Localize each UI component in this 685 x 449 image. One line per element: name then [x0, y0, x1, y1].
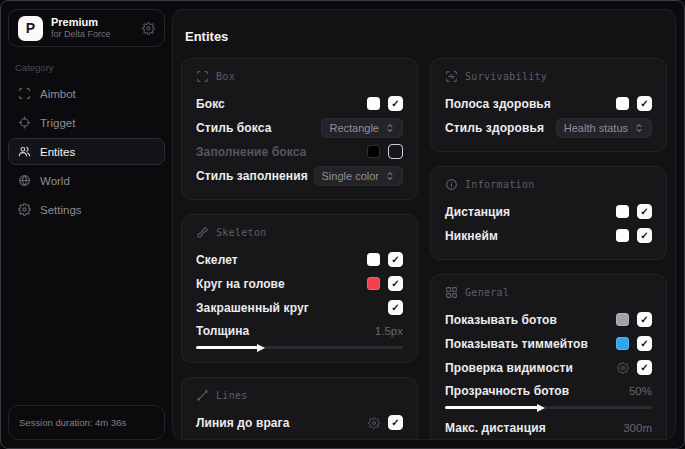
- checkbox[interactable]: [637, 96, 652, 111]
- bot-opacity-slider-row: Прозрачность ботов 50%: [445, 384, 652, 409]
- card-title: Survivability: [465, 71, 547, 82]
- slider-thumb[interactable]: [537, 404, 545, 412]
- session-duration: Session duration: 4m 36s: [8, 405, 165, 440]
- setting-row: Заполнение бокса: [196, 141, 403, 162]
- setting-row: Никнейм: [445, 225, 652, 246]
- checkbox[interactable]: [388, 300, 403, 315]
- color-swatch[interactable]: [616, 229, 629, 242]
- left-column: Box Бокс Стиль бокса Rectangle: [181, 58, 418, 440]
- line-icon: [196, 389, 209, 402]
- sidebar-item-label: Entites: [40, 146, 75, 158]
- sidebar-item-entites[interactable]: Entites: [8, 138, 165, 165]
- info-icon: [445, 178, 458, 191]
- chevrons-up-down-icon: [385, 123, 395, 133]
- setting-row: Стиль заполнения Single color: [196, 165, 403, 186]
- setting-row: Линия взгляда: [196, 436, 403, 440]
- setting-row: Закрашенный круг: [196, 297, 403, 318]
- sidebar-item-label: Aimbot: [40, 88, 76, 100]
- card-title: Information: [465, 179, 535, 190]
- setting-row: Стиль здоровья Health status: [445, 117, 652, 138]
- color-swatch[interactable]: [367, 253, 380, 266]
- sidebar-item-aimbot[interactable]: Aimbot: [8, 80, 165, 107]
- thickness-slider[interactable]: [196, 346, 403, 349]
- card-skeleton: Skeleton Скелет Круг на голове: [181, 214, 418, 363]
- checkbox[interactable]: [388, 144, 403, 159]
- sidebar-nav: Aimbot Trigget Entites World: [8, 80, 165, 223]
- bone-icon: [196, 226, 209, 239]
- sidebar-item-trigget[interactable]: Trigget: [8, 109, 165, 136]
- fill-style-select[interactable]: Single color: [314, 166, 403, 186]
- card-title: Skeleton: [216, 227, 267, 238]
- brand-title: Premium: [51, 16, 111, 29]
- box-style-select[interactable]: Rectangle: [321, 118, 403, 138]
- color-swatch[interactable]: [616, 313, 629, 326]
- sidebar-item-label: Settings: [40, 204, 82, 216]
- sidebar-item-label: Trigget: [40, 117, 75, 129]
- bot-opacity-slider[interactable]: [445, 406, 652, 409]
- max-distance-slider-row: Макс. дистанция 300m: [445, 421, 652, 440]
- box-icon: [196, 70, 209, 83]
- setting-row: Линия до врага: [196, 412, 403, 433]
- checkbox[interactable]: [637, 312, 652, 327]
- color-swatch[interactable]: [367, 277, 380, 290]
- checkbox[interactable]: [388, 96, 403, 111]
- brand-card: P Premium for Delta Force: [8, 9, 165, 47]
- app-window: P Premium for Delta Force Category Aimbo…: [0, 0, 685, 449]
- setting-row: Стиль бокса Rectangle: [196, 117, 403, 138]
- setting-row: Проверка видимости: [445, 357, 652, 378]
- checkbox[interactable]: [388, 439, 403, 440]
- sidebar-item-settings[interactable]: Settings: [8, 196, 165, 223]
- users-icon: [18, 145, 31, 158]
- checkbox[interactable]: [388, 252, 403, 267]
- color-swatch[interactable]: [367, 97, 380, 110]
- health-style-select[interactable]: Health status: [556, 118, 652, 138]
- card-box: Box Бокс Стиль бокса Rectangle: [181, 58, 418, 200]
- globe-icon: [18, 174, 31, 187]
- sidebar: P Premium for Delta Force Category Aimbo…: [1, 1, 172, 448]
- color-swatch[interactable]: [616, 97, 629, 110]
- crosshair-icon: [18, 116, 31, 129]
- slider-value: 1.5px: [375, 325, 403, 337]
- card-title: Box: [216, 71, 235, 82]
- page-title: Entites: [185, 29, 663, 44]
- grid-icon: [445, 286, 458, 299]
- color-swatch[interactable]: [616, 205, 629, 218]
- slider-value: 50%: [629, 385, 652, 397]
- color-swatch[interactable]: [367, 145, 380, 158]
- checkbox[interactable]: [637, 204, 652, 219]
- chevrons-up-down-icon: [385, 171, 395, 181]
- main-panel: Entites Box Бокс: [172, 9, 676, 440]
- color-swatch[interactable]: [616, 337, 629, 350]
- checkbox[interactable]: [388, 415, 403, 430]
- gear-icon[interactable]: [617, 362, 629, 374]
- thickness-slider-row: Толщина 1.5px: [196, 324, 403, 349]
- app-logo: P: [18, 16, 43, 41]
- gear-icon[interactable]: [142, 22, 155, 35]
- setting-row: Скелет: [196, 249, 403, 270]
- card-survivability: Survivability Полоса здоровья Стиль здор…: [430, 58, 667, 152]
- slider-thumb[interactable]: [257, 344, 265, 352]
- checkbox[interactable]: [637, 360, 652, 375]
- card-lines: Lines Линия до врага Линия взгляда: [181, 377, 418, 440]
- slider-value: 300m: [623, 422, 652, 434]
- pulse-icon: [445, 70, 458, 83]
- right-column: Survivability Полоса здоровья Стиль здор…: [430, 58, 667, 440]
- card-title: Lines: [216, 390, 248, 401]
- card-general: General Показывать ботов Показывать тимм…: [430, 274, 667, 440]
- setting-row: Полоса здоровья: [445, 93, 652, 114]
- setting-row: Бокс: [196, 93, 403, 114]
- checkbox[interactable]: [637, 336, 652, 351]
- setting-row: Показывать тиммейтов: [445, 333, 652, 354]
- checkbox[interactable]: [637, 228, 652, 243]
- scan-icon: [18, 87, 31, 100]
- card-title: General: [465, 287, 509, 298]
- gear-icon: [18, 203, 31, 216]
- setting-row: Показывать ботов: [445, 309, 652, 330]
- setting-row: Дистанция: [445, 201, 652, 222]
- chevrons-up-down-icon: [634, 123, 644, 133]
- gear-icon[interactable]: [368, 417, 380, 429]
- card-information: Information Дистанция Никнейм: [430, 166, 667, 260]
- checkbox[interactable]: [388, 276, 403, 291]
- sidebar-item-label: World: [40, 175, 70, 187]
- sidebar-item-world[interactable]: World: [8, 167, 165, 194]
